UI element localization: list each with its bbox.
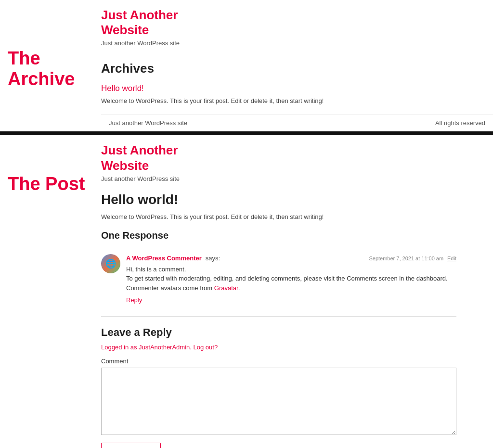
comment-text-line3-post: .: [238, 284, 240, 292]
comment-edit-link[interactable]: Edit: [447, 256, 456, 261]
archive-footer-right: All rights reserved: [435, 119, 485, 127]
post-section-label: The Post: [0, 135, 101, 448]
comment-label: Comment: [101, 358, 456, 365]
logout-link[interactable]: Log out?: [194, 344, 218, 351]
comment-says: says:: [206, 255, 220, 262]
leave-reply-title: Leave a Reply: [101, 326, 456, 339]
archive-site-tagline: Just another WordPress site: [101, 39, 493, 47]
post-title: Hello world!: [101, 192, 456, 207]
archive-section-label: The Archive: [0, 0, 101, 131]
archive-post-excerpt: Welcome to WordPress. This is your first…: [101, 97, 464, 104]
archive-site-title-line1: Just Another: [101, 8, 178, 22]
archive-page-title: Archives: [101, 61, 464, 76]
post-section: The Post Just Another Website Just anoth…: [0, 135, 493, 448]
post-site-title-line1: Just Another: [101, 143, 178, 157]
archive-label-text: The Archive: [8, 48, 75, 89]
logged-in-text: Logged in as JustAnotherAdmin. Log out?: [101, 344, 456, 351]
section-divider: [0, 131, 493, 135]
archive-main: Archives Hello world! Welcome to WordPre…: [101, 51, 493, 114]
comment-text-line3-pre: Commenter avatars come from: [126, 284, 214, 292]
archive-site-footer: Just another WordPress site All rights r…: [101, 114, 493, 131]
post-content-area: Just Another Website Just another WordPr…: [101, 135, 493, 448]
post-body: Welcome to WordPress. This is your first…: [101, 213, 456, 220]
comment-date: September 7, 2021 at 11:00 am: [369, 256, 443, 261]
post-site-title-link[interactable]: Just Another Website: [101, 143, 485, 173]
comment-text-line2: To get started with moderating, editing,…: [126, 275, 448, 282]
comment-item: 🌐 A WordPress Commenter says: September …: [101, 249, 456, 309]
reply-link[interactable]: Reply: [126, 296, 456, 304]
commenter-name-link[interactable]: A WordPress Commenter: [126, 255, 202, 262]
comment-text: Hi, this is a comment. To get started wi…: [126, 265, 456, 293]
comments-title: One Response: [101, 230, 456, 241]
archive-site-title-line2: Website: [101, 23, 149, 37]
comment-body: A WordPress Commenter says: September 7,…: [126, 254, 456, 304]
archive-footer-left: Just another WordPress site: [109, 119, 187, 127]
post-site-tagline: Just another WordPress site: [101, 175, 485, 182]
gravatar-link[interactable]: Gravatar: [214, 284, 238, 292]
archive-site-header: Just Another Website Just another WordPr…: [101, 0, 493, 51]
leave-reply-section: Leave a Reply Logged in as JustAnotherAd…: [101, 316, 456, 448]
post-site-header: Just Another Website Just another WordPr…: [101, 135, 485, 187]
post-site-title-line2: Website: [101, 158, 149, 173]
comment-textarea[interactable]: [101, 368, 456, 435]
logged-in-pre: Logged in as JustAnotherAdmin.: [101, 344, 192, 351]
comment-text-line1: Hi, this is a comment.: [126, 266, 186, 273]
post-comment-button[interactable]: Post Comment: [101, 443, 161, 448]
archive-content-area: Just Another Website Just another WordPr…: [101, 0, 493, 131]
comment-date-edit-group: September 7, 2021 at 11:00 am Edit: [369, 254, 456, 262]
archive-site-title-link[interactable]: Just Another Website: [101, 8, 493, 38]
post-label-text: The Post: [8, 174, 85, 194]
archive-post-title-link[interactable]: Hello world!: [101, 84, 464, 93]
comment-author-line: A WordPress Commenter says:: [126, 254, 220, 262]
comment-meta: A WordPress Commenter says: September 7,…: [126, 254, 456, 262]
post-main: Hello world! Welcome to WordPress. This …: [101, 187, 485, 448]
archive-section: The Archive Just Another Website Just an…: [0, 0, 493, 131]
commenter-avatar: 🌐: [101, 254, 120, 273]
